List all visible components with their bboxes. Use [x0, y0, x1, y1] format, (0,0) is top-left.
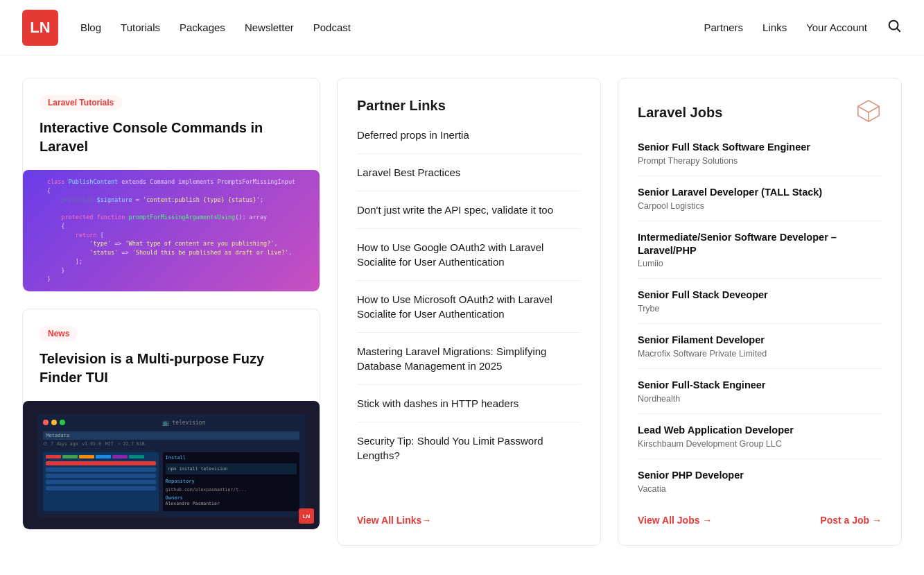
job-company-7: Vacatia: [638, 484, 882, 494]
list-item: Security Tip: Should You Limit Password …: [357, 422, 581, 474]
site-header: LN Blog Tutorials Packages Newsletter Po…: [0, 0, 924, 55]
job-title-5[interactable]: Senior Full-Stack Engineer: [638, 379, 882, 392]
job-title-3[interactable]: Senior Full Stack Deveoper: [638, 289, 882, 302]
tui-preview: 📺 television Metadata ⏱ 7 days ago v1.01…: [23, 401, 320, 529]
main-nav: Blog Tutorials Packages Newsletter Podca…: [80, 22, 351, 33]
watermark-logo: LN: [299, 508, 314, 524]
job-title-1[interactable]: Senior Laravel Developer (TALL Stack): [638, 186, 882, 199]
jobs-footer: View All Jobs → Post a Job →: [638, 515, 882, 526]
nav-packages[interactable]: Packages: [180, 22, 225, 33]
main-content: Laravel Tutorials Interactive Console Co…: [0, 55, 924, 568]
article1-tag[interactable]: Laravel Tutorials: [40, 95, 122, 110]
nav-podcast[interactable]: Podcast: [313, 22, 351, 33]
list-item: Intermediate/Senior Software Developer –…: [638, 221, 882, 279]
svg-line-1: [897, 28, 900, 31]
partner-link-6[interactable]: Stick with dashes in HTTP headers: [357, 397, 518, 409]
post-job-button[interactable]: Post a Job →: [820, 515, 882, 526]
job-company-0: Prompt Therapy Solutions: [638, 156, 882, 166]
left-column: Laravel Tutorials Interactive Console Co…: [22, 78, 320, 546]
header-right: Partners Links Your Account: [704, 18, 902, 37]
article-card-2: News Television is a Multi-purpose Fuzy …: [22, 309, 320, 530]
nav-links[interactable]: Links: [762, 22, 787, 33]
job-company-6: Kirschbaum Development Group LLC: [638, 439, 882, 449]
job-company-5: Nordhealth: [638, 394, 882, 404]
job-company-3: Trybe: [638, 304, 882, 314]
list-item: Senior Full Stack Software Engineer Prom…: [638, 141, 882, 175]
list-item: Lead Web Application Developer Kirschbau…: [638, 413, 882, 458]
list-item: Senior Full-Stack Engineer Nordhealth: [638, 368, 882, 413]
article1-image: class PublishContent extends Command imp…: [23, 170, 320, 291]
view-all-jobs-button[interactable]: View All Jobs →: [638, 515, 712, 526]
partner-links-card: Partner Links Deferred props in Inertia …: [337, 78, 601, 546]
article2-image: 📺 television Metadata ⏱ 7 days ago v1.01…: [23, 401, 320, 529]
partner-link-4[interactable]: How to Use Microsoft OAuth2 with Laravel…: [357, 293, 552, 320]
job-list: Senior Full Stack Software Engineer Prom…: [638, 141, 882, 504]
article1-title: Interactive Console Commands in Laravel: [40, 119, 303, 156]
partner-link-2[interactable]: Don't just write the API spec, validate …: [357, 204, 553, 216]
list-item: Don't just write the API spec, validate …: [357, 191, 581, 228]
nav-your-account[interactable]: Your Account: [806, 22, 867, 33]
article-card-1: Laravel Tutorials Interactive Console Co…: [22, 78, 320, 292]
partner-link-7[interactable]: Security Tip: Should You Limit Password …: [357, 435, 543, 461]
partner-links-title: Partner Links: [357, 98, 581, 114]
job-title-0[interactable]: Senior Full Stack Software Engineer: [638, 141, 882, 154]
job-title-6[interactable]: Lead Web Application Developer: [638, 424, 882, 437]
list-item: How to Use Microsoft OAuth2 with Laravel…: [357, 280, 581, 332]
nav-newsletter[interactable]: Newsletter: [245, 22, 294, 33]
jobs-header: Laravel Jobs: [638, 98, 882, 127]
laravel-jobs-card: Laravel Jobs Senior Full Stack Software …: [618, 78, 902, 546]
job-title-2[interactable]: Intermediate/Senior Software Developer –…: [638, 231, 882, 257]
cube-icon: [855, 98, 882, 127]
list-item: Senior Full Stack Deveoper Trybe: [638, 278, 882, 323]
list-item: Senior PHP Developer Vacatia: [638, 458, 882, 504]
partner-links-list: Deferred props in Inertia Laravel Best P…: [357, 128, 581, 501]
site-logo[interactable]: LN: [22, 10, 58, 46]
list-item: How to Use Google OAuth2 with Laravel So…: [357, 228, 581, 280]
partner-link-0[interactable]: Deferred props in Inertia: [357, 129, 469, 141]
job-company-1: Carpool Logistics: [638, 201, 882, 211]
job-title-7[interactable]: Senior PHP Developer: [638, 469, 882, 482]
partner-link-1[interactable]: Laravel Best Practices: [357, 166, 460, 178]
nav-blog[interactable]: Blog: [80, 22, 101, 33]
job-company-2: Lumiio: [638, 259, 882, 268]
list-item: Laravel Best Practices: [357, 153, 581, 191]
partner-link-3[interactable]: How to Use Google OAuth2 with Laravel So…: [357, 241, 543, 268]
job-title-4[interactable]: Senior Filament Developer: [638, 334, 882, 347]
search-icon[interactable]: [887, 18, 902, 37]
list-item: Mastering Laravel Migrations: Simplifyin…: [357, 332, 581, 384]
article2-title: Television is a Multi-purpose Fuzy Finde…: [40, 350, 303, 387]
partner-link-5[interactable]: Mastering Laravel Migrations: Simplifyin…: [357, 345, 546, 372]
jobs-title: Laravel Jobs: [638, 105, 722, 121]
view-all-links-button[interactable]: View All Links→: [357, 515, 581, 526]
nav-partners[interactable]: Partners: [704, 22, 743, 33]
list-item: Stick with dashes in HTTP headers: [357, 384, 581, 422]
list-item: Senior Filament Developer Macrofix Softw…: [638, 323, 882, 368]
list-item: Deferred props in Inertia: [357, 128, 581, 153]
code-preview: class PublishContent extends Command imp…: [23, 170, 320, 291]
nav-tutorials[interactable]: Tutorials: [121, 22, 160, 33]
article2-tag[interactable]: News: [40, 326, 78, 341]
list-item: Senior Laravel Developer (TALL Stack) Ca…: [638, 175, 882, 221]
job-company-4: Macrofix Software Private Limited: [638, 349, 882, 359]
